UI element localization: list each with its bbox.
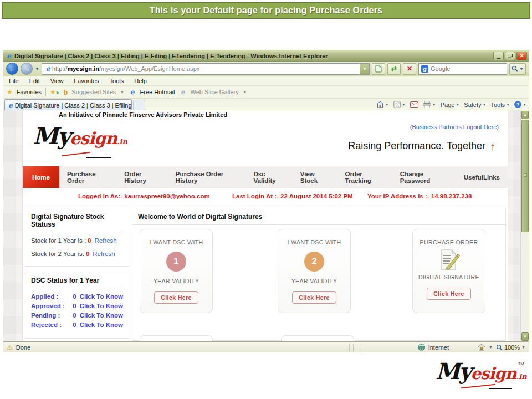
- scroll-down-button[interactable]: ▼: [521, 332, 529, 341]
- menu-help[interactable]: Help: [134, 78, 147, 84]
- restore-button[interactable]: [505, 52, 515, 60]
- new-tab-button[interactable]: [133, 100, 145, 110]
- rss-icon: [393, 101, 401, 108]
- forward-button[interactable]: →: [21, 63, 33, 75]
- pending-click-to-know-link[interactable]: Click To Know: [80, 312, 123, 319]
- feeds-button[interactable]: ▼: [393, 101, 406, 108]
- refresh-1yr-link[interactable]: Refresh: [95, 237, 117, 244]
- rejected-click-to-know-link[interactable]: Click To Know: [80, 321, 123, 328]
- search-button[interactable]: ▼: [509, 63, 526, 75]
- dsc-1-year-card[interactable]: I WANT DSC WITH 1 YEAR VALIDITY Click He…: [140, 229, 213, 313]
- menu-tools[interactable]: Tools: [110, 78, 124, 84]
- click-here-button-1yr[interactable]: Click Here: [154, 291, 198, 304]
- help-button[interactable]: ? ▼: [514, 101, 526, 108]
- scroll-up-button[interactable]: ▲: [521, 111, 529, 119]
- vertical-scrollbar[interactable]: ▲ ▼: [520, 110, 529, 341]
- search-input[interactable]: [431, 65, 492, 72]
- stock-row-1: Stock for 1 Year is :0Refresh: [31, 237, 123, 244]
- nav-purchase-order[interactable]: Purchase Order: [59, 166, 116, 188]
- dsc-2-year-card[interactable]: I WANT DSC WITH 2 YEAR VALIDITY Click He…: [278, 229, 351, 313]
- page-viewport: An Initiative of Pinnacle Finserve Advis…: [3, 110, 529, 341]
- zoom-level: 100%: [504, 344, 520, 351]
- tab-bar: e Digital Signature | Class 2 | Class 3 …: [3, 99, 529, 110]
- active-tab[interactable]: e Digital Signature | Class 2 | Class 3 …: [4, 99, 132, 110]
- suggested-sites-button[interactable]: Suggested Sites: [71, 89, 116, 95]
- warning-icon: ⚠: [7, 344, 13, 351]
- logged-in-as: Logged In As:- kaurraspreet90@yahoo.com: [78, 193, 210, 200]
- logo-esign: esign: [70, 129, 117, 148]
- logout-link[interactable]: (Business Partners Logout Here): [410, 124, 499, 130]
- print-button[interactable]: ▼: [423, 101, 436, 108]
- safety-menu-button[interactable]: Safety▼: [464, 101, 486, 108]
- nav-dsc-validity[interactable]: Dsc Validity: [245, 166, 292, 188]
- page-favicon: e: [44, 65, 52, 73]
- site-navbar: Home Purchase Order Order History Purcha…: [23, 166, 508, 188]
- security-zone[interactable]: Internet: [428, 344, 449, 351]
- help-icon: ?: [514, 101, 521, 108]
- nav-change-password[interactable]: Change Password: [392, 166, 456, 188]
- home-button[interactable]: ▼: [376, 101, 389, 108]
- nav-view-stock[interactable]: View Stock: [293, 166, 337, 188]
- partial-card-2: [281, 335, 354, 341]
- menu-file[interactable]: File: [9, 78, 19, 84]
- stop-button[interactable]: ✕: [403, 63, 416, 75]
- nav-order-tracking[interactable]: Order Tracking: [337, 166, 392, 188]
- search-box[interactable]: g: [418, 63, 507, 75]
- purchase-order-card[interactable]: PURCHASE ORDER DIGITAL SIGNATURE Click H…: [412, 229, 485, 313]
- page-menu-button[interactable]: Page▼: [441, 101, 460, 108]
- nav-purchase-order-history[interactable]: Purchase Order History: [168, 166, 246, 188]
- menu-edit[interactable]: Edit: [29, 78, 40, 84]
- refresh-icon: ⇄: [391, 65, 397, 73]
- favorites-button[interactable]: Favorites: [17, 89, 42, 95]
- add-plus-icon: ➤: [56, 90, 60, 95]
- bing-icon: b: [63, 88, 68, 96]
- stock-2yr-value: 0: [86, 250, 89, 257]
- refresh-2yr-link[interactable]: Refresh: [93, 250, 115, 257]
- free-hotmail-link[interactable]: Free Hotmail: [140, 89, 175, 95]
- menu-view[interactable]: View: [50, 78, 64, 84]
- status-separator: [361, 344, 361, 351]
- dsc-row-pending: Pending :0Click To Know: [31, 312, 123, 319]
- address-bar[interactable]: e http://myesign.in/myesign/Web_App/Esig…: [42, 63, 370, 75]
- tools-caret-icon: ▼: [506, 103, 510, 106]
- address-dropdown-button[interactable]: ▼: [360, 64, 369, 74]
- nav-useful-links[interactable]: UsefulLinks: [456, 166, 508, 188]
- refresh-button[interactable]: ⇄: [387, 63, 401, 75]
- site-content: An Initiative of Pinnacle Finserve Advis…: [23, 110, 508, 341]
- ip-address: Your IP Address is :- 14.98.237.238: [367, 193, 472, 200]
- approved-click-to-know-link[interactable]: Click To Know: [80, 303, 123, 309]
- back-button[interactable]: ←: [6, 63, 18, 75]
- nav-home[interactable]: Home: [23, 166, 59, 188]
- compatibility-page-icon: [375, 65, 382, 73]
- tools-menu-button[interactable]: Tools▼: [490, 101, 510, 108]
- click-here-button-2yr[interactable]: Click Here: [292, 291, 336, 304]
- recent-pages-dropdown[interactable]: ▼: [35, 66, 39, 71]
- url-text: http://myesign.in/myesign/Web_App/EsignH…: [52, 65, 360, 72]
- menu-favorites[interactable]: Favorites: [74, 78, 99, 84]
- status-bar: ⚠ Done Internet ▼ 100% ▼: [3, 341, 529, 352]
- top-banner: This is your Default page for placing Pu…: [2, 2, 530, 19]
- web-slice-gallery-button[interactable]: Web Slice Gallery: [190, 89, 238, 95]
- compatibility-view-button[interactable]: [372, 63, 385, 75]
- protected-mode-icon: [478, 344, 485, 351]
- click-here-button-po[interactable]: Click Here: [427, 288, 470, 300]
- nav-order-history[interactable]: Order History: [116, 166, 168, 188]
- add-favorite-button[interactable]: ★➤: [50, 88, 59, 96]
- purchase-order-document-icon: [437, 249, 461, 271]
- protected-mode-caret-icon[interactable]: ▼: [489, 345, 493, 349]
- applied-click-to-know-link[interactable]: Click To Know: [80, 293, 123, 300]
- scroll-thumb[interactable]: [521, 120, 529, 232]
- menu-bar: File Edit View Favorites Tools Help: [3, 76, 529, 86]
- badge-1-icon: 1: [166, 252, 186, 272]
- main-panel: Welcome to World of Digital Signatures I…: [132, 208, 506, 341]
- partial-card-1: [140, 335, 213, 341]
- status-text: Done: [16, 344, 30, 351]
- printer-icon: [423, 101, 431, 108]
- print-caret-icon: ▼: [432, 103, 436, 106]
- read-mail-button[interactable]: [410, 101, 418, 108]
- close-button[interactable]: ✕: [516, 52, 527, 60]
- add-favorite-star-icon: ★: [50, 88, 56, 96]
- title-bar[interactable]: e Digital Signature | Class 2 | Class 3 …: [3, 50, 529, 62]
- zoom-control[interactable]: 100% ▼: [496, 344, 525, 351]
- minimize-button[interactable]: ▁: [493, 52, 504, 60]
